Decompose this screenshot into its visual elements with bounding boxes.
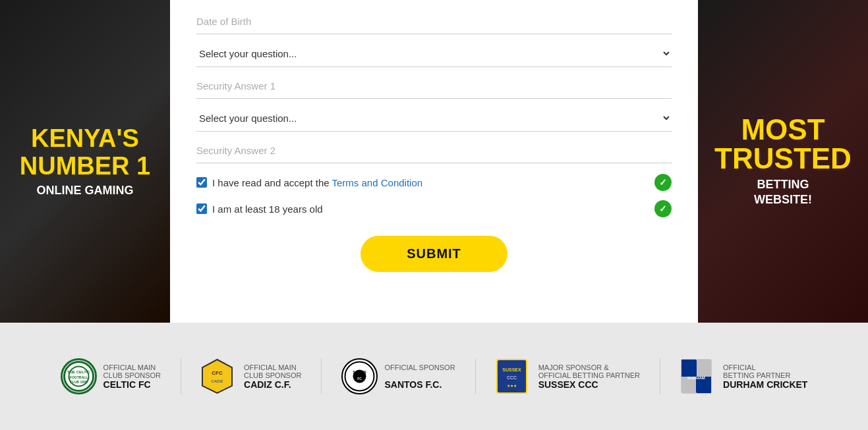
sponsor-durham: DURHAM OFFICIAL BETTING PARTNER DURHAM C… [660, 358, 827, 394]
age-checkbox-row: I am at least 18 years old ✓ [196, 200, 672, 217]
question2-field: Select your question... [196, 109, 672, 132]
sponsor-sussex: SUSSEX CCC ★★★ MAJOR SPONSOR & OFFICIAL … [476, 358, 660, 394]
sponsor-celtic: THE CELTIC FOOTBALL CLUB 1888 OFFICIAL M… [41, 358, 181, 394]
celtic-logo: THE CELTIC FOOTBALL CLUB 1888 [61, 358, 97, 394]
age-checkbox[interactable] [196, 203, 207, 214]
svg-text:CFC: CFC [212, 370, 223, 376]
left-banner-title: KENYA'S NUMBER 1 [20, 125, 150, 180]
security-answer2-field [196, 142, 672, 163]
svg-text:FC: FC [358, 377, 362, 381]
terms-checkbox[interactable] [196, 177, 207, 188]
svg-rect-17 [681, 360, 696, 377]
svg-text:CLUB 1888: CLUB 1888 [70, 380, 88, 384]
sussex-logo: SUSSEX CCC ★★★ [496, 358, 532, 394]
svg-marker-5 [202, 360, 232, 393]
question2-select[interactable]: Select your question... [196, 109, 672, 127]
question1-field: Select your question... [196, 45, 672, 67]
sponsor-santos: SANTOS FC OFFICIAL SPONSOR SANTOS F.C. [322, 358, 475, 394]
svg-text:SANTOS: SANTOS [353, 370, 367, 374]
page-wrapper: KENYA'S NUMBER 1 ONLINE GAMING MOST TRUS… [0, 0, 868, 430]
submit-button[interactable]: SUBMIT [361, 236, 507, 272]
security-answer2-input[interactable] [196, 142, 672, 159]
cadiz-logo: CFC CADIZ [201, 358, 237, 394]
right-banner: MOST TRUSTED BETTING WEBSITE! [698, 0, 868, 323]
security-answer1-input[interactable] [196, 78, 672, 94]
svg-text:CADIZ: CADIZ [212, 379, 223, 383]
left-banner-subtitle: ONLINE GAMING [37, 184, 134, 198]
santos-logo: SANTOS FC [341, 358, 378, 394]
age-check-icon: ✓ [654, 200, 672, 217]
right-banner-subtitle: BETTING WEBSITE! [754, 177, 812, 208]
svg-text:THE CELTIC: THE CELTIC [67, 370, 91, 374]
svg-rect-18 [697, 360, 711, 377]
svg-text:DURHAM: DURHAM [687, 376, 705, 380]
left-banner: KENYA'S NUMBER 1 ONLINE GAMING [0, 0, 170, 323]
dob-field [196, 13, 672, 34]
svg-text:★★★: ★★★ [507, 384, 517, 388]
terms-label: I have read and accept the Terms and Con… [212, 177, 422, 188]
age-label: I am at least 18 years old [212, 203, 323, 215]
registration-form: Select your question... Select your ques… [170, 0, 698, 323]
durham-logo: DURHAM [680, 358, 716, 394]
submit-area: SUBMIT [196, 236, 672, 272]
terms-check-icon: ✓ [654, 174, 672, 191]
sponsors-bar: THE CELTIC FOOTBALL CLUB 1888 OFFICIAL M… [0, 323, 868, 430]
cadiz-text: OFFICIAL MAIN CLUB SPONSOR CADIZ C.F. [244, 363, 301, 390]
durham-text: OFFICIAL BETTING PARTNER DURHAM CRICKET [723, 363, 807, 390]
security-answer1-field [196, 78, 672, 99]
svg-text:FOOTBALL: FOOTBALL [70, 375, 88, 379]
svg-text:CCC: CCC [507, 375, 517, 380]
terms-link[interactable]: Terms and Condition [332, 177, 423, 188]
svg-text:SUSSEX: SUSSEX [502, 367, 521, 372]
terms-checkbox-row: I have read and accept the Terms and Con… [196, 174, 672, 191]
dob-input[interactable] [196, 13, 672, 30]
right-banner-title: MOST TRUSTED [714, 115, 852, 173]
question1-select[interactable]: Select your question... [196, 45, 672, 63]
sponsor-cadiz: CFC CADIZ OFFICIAL MAIN CLUB SPONSOR CAD… [181, 358, 322, 394]
sussex-text: MAJOR SPONSOR & OFFICIAL BETTING PARTNER… [538, 363, 640, 390]
celtic-text: OFFICIAL MAIN CLUB SPONSOR CELTIC FC [103, 363, 161, 390]
santos-text: OFFICIAL SPONSOR SANTOS F.C. [384, 363, 455, 390]
